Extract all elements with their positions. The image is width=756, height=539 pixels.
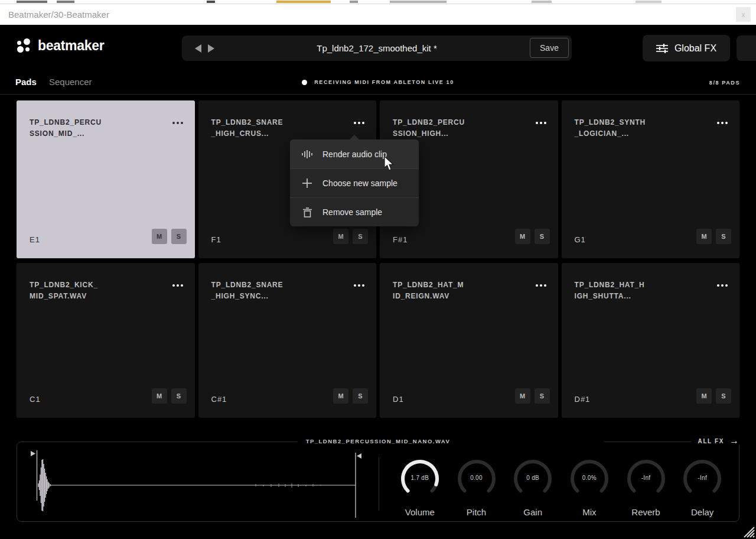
background-fragment bbox=[350, 1, 358, 3]
solo-button[interactable]: S bbox=[171, 229, 187, 244]
pad-menu-button[interactable] bbox=[536, 122, 546, 124]
panel-divider bbox=[379, 457, 379, 511]
background-fragment bbox=[636, 1, 662, 3]
pad-note-label: F1 bbox=[211, 235, 221, 244]
volume-knob[interactable]: 1.7 dB Volume bbox=[392, 457, 448, 517]
preset-name: Tp_ldnb2_172_smoothed_kit * bbox=[182, 35, 572, 61]
clipped-edge-button[interactable] bbox=[737, 35, 756, 61]
trim-start-handle[interactable] bbox=[31, 451, 35, 456]
waveform-icon bbox=[302, 149, 312, 160]
sample-filename: TP_LDNB2_PERCUSSION_MID_NANO.WAV bbox=[298, 438, 459, 444]
pad-g1[interactable]: TP_LDNB2_SYNTH _LOGICIAN_... G1 M S bbox=[562, 100, 740, 258]
pad-d1[interactable]: TP_LDNB2_HAT_M ID_REIGN.WAV D1 M S bbox=[380, 263, 558, 418]
solo-button[interactable]: S bbox=[171, 388, 187, 404]
mute-button[interactable]: M bbox=[696, 229, 712, 244]
pad-c1[interactable]: TP_LDNB2_KICK_ MID_SPAT.WAV C1 M S bbox=[17, 263, 195, 418]
pad-sample-name: TP_LDNB2_SNARE _HIGH_CRUS... bbox=[211, 117, 350, 139]
brand-name: beatmaker bbox=[38, 38, 104, 54]
pad-note-label: F#1 bbox=[393, 235, 408, 244]
mute-button[interactable]: M bbox=[515, 388, 530, 404]
window-titlebar: Beatmaker/30-Beatmaker x bbox=[0, 4, 756, 25]
mute-button[interactable]: M bbox=[515, 229, 530, 244]
solo-button[interactable]: S bbox=[353, 388, 368, 404]
pad-menu-button[interactable] bbox=[354, 284, 364, 287]
mute-button[interactable]: M bbox=[152, 388, 167, 404]
menu-item-choose-new-sample[interactable]: Choose new sample bbox=[290, 168, 419, 197]
mouse-cursor bbox=[384, 156, 395, 171]
pad-menu-button[interactable] bbox=[717, 122, 728, 124]
knob-value: 1.7 dB bbox=[392, 475, 448, 481]
pitch-knob[interactable]: 0.00 Pitch bbox=[448, 457, 505, 517]
pad-context-menu: Render audio clip Choose new sample Remo… bbox=[290, 139, 419, 226]
pad-note-label: G1 bbox=[575, 235, 586, 244]
plus-icon bbox=[302, 178, 312, 189]
pad-e1[interactable]: TP_LDNB2_PERCU SSION_MID_... E1 M S bbox=[17, 100, 195, 258]
knob-label: Delay bbox=[691, 507, 713, 517]
arrow-right-icon: → bbox=[729, 436, 739, 446]
pad-menu-button[interactable] bbox=[354, 122, 364, 124]
save-button[interactable]: Save bbox=[530, 38, 569, 58]
pad-sample-name: TP_LDNB2_SYNTH _LOGICIAN_... bbox=[575, 117, 713, 139]
close-icon[interactable]: x bbox=[736, 7, 751, 22]
pad-menu-button[interactable] bbox=[536, 284, 546, 287]
pad-note-label: E1 bbox=[30, 235, 40, 244]
pad-note-label: C#1 bbox=[211, 395, 227, 404]
pad-csharp1[interactable]: TP_LDNB2_SNARE _HIGH_SYNC... C#1 M S bbox=[198, 263, 377, 418]
solo-button[interactable]: S bbox=[535, 388, 550, 404]
mute-button[interactable]: M bbox=[333, 388, 348, 404]
delay-knob[interactable]: -Inf Delay bbox=[674, 457, 731, 517]
mix-knob[interactable]: 0.0% Mix bbox=[561, 457, 618, 517]
beatmaker-logo-icon bbox=[17, 38, 31, 53]
pad-dsharp1[interactable]: TP_LDNB2_HAT_H IGH_SHUTTA... D#1 M S bbox=[562, 263, 740, 418]
knob-label: Pitch bbox=[467, 507, 486, 517]
pads-count: 8/8 PADS bbox=[709, 80, 740, 86]
knob-label: Gain bbox=[523, 507, 542, 517]
preset-bar: Tp_ldnb2_172_smoothed_kit * Save bbox=[182, 35, 572, 61]
pad-sample-name: TP_LDNB2_PERCU SSION_MID_... bbox=[30, 117, 168, 139]
knob-value: 0.00 bbox=[448, 475, 505, 481]
pad-sample-name: TP_LDNB2_PERCU SSION_HIGH... bbox=[393, 117, 531, 139]
menu-item-remove-sample[interactable]: Remove sample bbox=[290, 197, 419, 226]
solo-button[interactable]: S bbox=[535, 229, 550, 244]
trim-end-handle[interactable] bbox=[357, 453, 361, 459]
background-fragment bbox=[207, 1, 215, 3]
mute-button[interactable]: M bbox=[152, 229, 167, 244]
global-fx-button[interactable]: Global FX bbox=[643, 35, 730, 61]
reverb-knob[interactable]: -Inf Reverb bbox=[618, 457, 674, 517]
knob-value: -Inf bbox=[618, 475, 674, 481]
waveform-transient bbox=[38, 459, 50, 511]
background-fragment bbox=[57, 1, 74, 3]
brand-logo: beatmaker bbox=[17, 38, 104, 54]
menu-item-label: Render audio clip bbox=[322, 150, 387, 159]
section-divider bbox=[0, 94, 756, 95]
solo-button[interactable]: S bbox=[716, 229, 731, 244]
pad-sample-name: TP_LDNB2_SNARE _HIGH_SYNC... bbox=[211, 280, 350, 302]
window-title: Beatmaker/30-Beatmaker bbox=[8, 9, 109, 20]
knob-value: -Inf bbox=[674, 475, 731, 481]
solo-button[interactable]: S bbox=[716, 388, 731, 404]
solo-button[interactable]: S bbox=[353, 229, 368, 244]
knob-label: Mix bbox=[582, 507, 596, 517]
background-fragment bbox=[390, 1, 447, 3]
all-fx-label: ALL FX bbox=[698, 438, 724, 444]
mute-button[interactable]: M bbox=[333, 229, 348, 244]
midi-status: RECEIVING MIDI FROM ABLETON LIVE 10 bbox=[0, 79, 756, 85]
border-gap bbox=[447, 441, 604, 443]
mute-button[interactable]: M bbox=[696, 388, 712, 404]
sample-waveform[interactable] bbox=[18, 446, 379, 521]
pad-note-label: D1 bbox=[393, 395, 404, 404]
menu-item-render-audio-clip[interactable]: Render audio clip bbox=[290, 139, 419, 168]
pad-menu-button[interactable] bbox=[717, 284, 728, 287]
pad-menu-button[interactable] bbox=[172, 284, 183, 287]
gain-knob[interactable]: 0 dB Gain bbox=[504, 457, 561, 517]
pad-sample-name: TP_LDNB2_HAT_H IGH_SHUTTA... bbox=[575, 280, 713, 302]
pad-sample-name: TP_LDNB2_KICK_ MID_SPAT.WAV bbox=[30, 280, 168, 302]
menu-item-label: Remove sample bbox=[322, 207, 382, 217]
knob-label: Volume bbox=[405, 507, 435, 517]
resize-handle-icon[interactable] bbox=[741, 524, 755, 538]
all-fx-link[interactable]: ALL FX → bbox=[691, 436, 739, 446]
knob-row: 1.7 dB Volume 0.00 Pitch 0 dB Gain bbox=[392, 457, 731, 517]
pad-menu-button[interactable] bbox=[172, 122, 183, 124]
sliders-icon bbox=[656, 44, 668, 53]
beatmaker-app: beatmaker Tp_ldnb2_172_smoothed_kit * Sa… bbox=[0, 25, 756, 539]
